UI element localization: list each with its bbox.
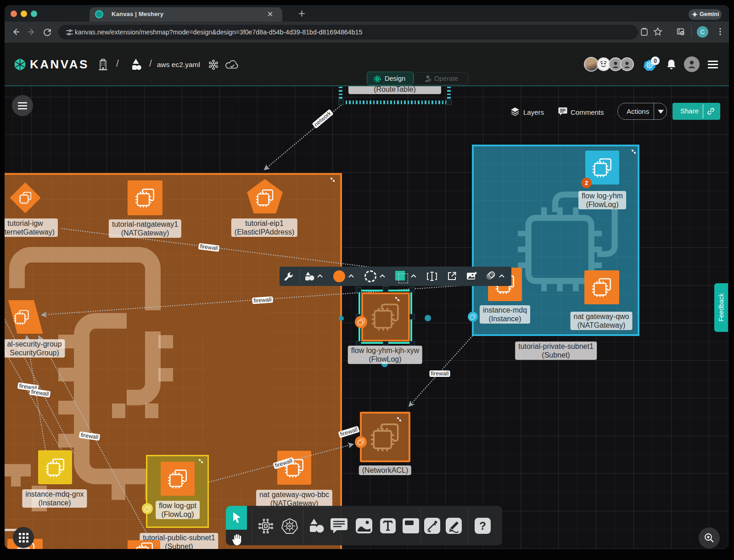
- svg-text:?: ?: [479, 520, 486, 532]
